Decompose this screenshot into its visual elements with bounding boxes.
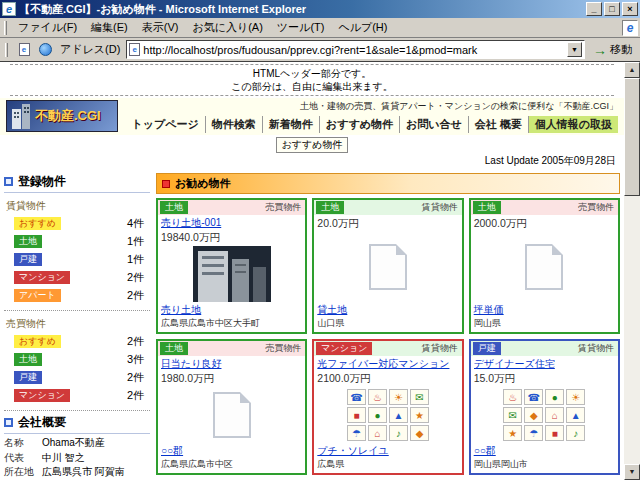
property-title-link[interactable]: 売り土地-001 xyxy=(161,216,302,230)
sidebar-item-sale-osusume[interactable]: おすすめ 2件 xyxy=(4,334,150,349)
address-label: アドレス(D) xyxy=(57,42,123,57)
nav-item-new[interactable]: 新着物件 xyxy=(262,116,319,133)
toolbar-grip[interactable] xyxy=(5,43,8,57)
sidebar-item-rent-kodate[interactable]: 戸建 1件 xyxy=(4,252,150,267)
amenity-icon: ♨ xyxy=(503,389,522,405)
menu-file[interactable]: ファイル(F) xyxy=(11,18,84,37)
property-location: 広島県 xyxy=(317,458,458,471)
nav-item-company[interactable]: 会社 概要 xyxy=(468,116,528,133)
rent-group-label: 賃貸物件 xyxy=(4,199,150,213)
no-image-placeholder xyxy=(161,386,302,444)
scrollbar-track[interactable] xyxy=(624,78,640,464)
vertical-scrollbar[interactable]: ▲ ▼ xyxy=(624,62,640,480)
amenity-icon: ☎ xyxy=(524,389,543,405)
site-tagline: 土地・建物の売買、賃貸アパート・マンションの検索に便利な「不動産.CGI」 xyxy=(128,100,618,113)
address-dropdown-button[interactable]: ▼ xyxy=(567,42,582,57)
ie-logo-icon: e xyxy=(622,20,638,36)
amenity-icon: ▲ xyxy=(389,407,408,423)
property-location: 山口県 xyxy=(317,317,458,330)
property-title-link[interactable]: デザイナーズ住宅 xyxy=(474,357,615,371)
property-card-6: 戸建 賃貸物件 デザイナーズ住宅 15.0万円 ♨☎●☀ ✉◆⌂▲ xyxy=(469,339,620,475)
nav-item-contact[interactable]: お問い合せ xyxy=(399,116,468,133)
property-title-link[interactable]: 光ファイバー対応マンション xyxy=(317,357,458,371)
address-bar: e アドレス(D) e http://localhost/pros/fudous… xyxy=(0,38,640,62)
minimize-button[interactable]: _ xyxy=(586,2,602,16)
address-url[interactable]: http://localhost/pros/fudousan/pprev.cgi… xyxy=(143,44,564,56)
sidebar-item-rent-apart[interactable]: アパート 2件 xyxy=(4,288,150,303)
property-type-badge: 土地 xyxy=(160,342,188,355)
listing-type-label: 賃貸物件 xyxy=(422,342,460,355)
menu-view[interactable]: 表示(V) xyxy=(135,18,186,37)
square-bullet-icon xyxy=(4,418,13,427)
scrollbar-thumb[interactable] xyxy=(624,78,640,196)
section-title: お勧め物件 xyxy=(175,176,231,191)
amenity-icon: ☂ xyxy=(347,425,366,441)
property-photo[interactable] xyxy=(161,245,302,303)
osusume-badge: おすすめ xyxy=(14,217,61,230)
amenity-icon: ◆ xyxy=(410,425,429,441)
property-location: 広島県広島市中区大手町 xyxy=(161,317,302,330)
property-title-link[interactable]: 日当たり良好 xyxy=(161,357,302,371)
company-header: 会社概要 xyxy=(4,414,150,434)
amenity-icon: ☀ xyxy=(389,389,408,405)
nav-item-privacy[interactable]: 個人情報の取扱 xyxy=(528,116,618,133)
section-header: お勧め物件 xyxy=(156,173,620,194)
mansion-badge: マンション xyxy=(14,389,70,402)
property-name-link[interactable]: 貸土地 xyxy=(317,303,458,317)
menu-tools[interactable]: ツール(T) xyxy=(270,18,332,37)
property-type-badge: 土地 xyxy=(316,201,344,214)
globe-icon[interactable] xyxy=(36,41,54,59)
nav-item-recommended[interactable]: おすすめ物件 xyxy=(319,116,399,133)
menu-favorites[interactable]: お気に入り(A) xyxy=(185,18,269,37)
amenity-icon: ✉ xyxy=(503,407,522,423)
sidebar-item-rent-mansion[interactable]: マンション 2件 xyxy=(4,270,150,285)
tochi-badge: 土地 xyxy=(14,235,42,248)
amenity-icon: ◆ xyxy=(524,407,543,423)
close-button[interactable]: × xyxy=(622,2,638,16)
amenity-icon: ♨ xyxy=(368,389,387,405)
property-name-link[interactable]: 坪単価 xyxy=(474,303,615,317)
amenity-icon: ★ xyxy=(410,407,429,423)
main-navigation: トップページ 物件検索 新着物件 おすすめ物件 お問い合せ 会社 概要 個人情報… xyxy=(128,116,618,133)
browser-viewport: HTMLヘッダー部分です。 この部分は、自由に編集出来ます。 不動産.CGI xyxy=(0,62,640,480)
nav-item-search[interactable]: 物件検索 xyxy=(205,116,262,133)
property-name-link[interactable]: ○○郡 xyxy=(161,444,302,458)
title-bar: e 【不動産.CGI】-お勧め物件 - Microsoft Internet E… xyxy=(0,0,640,18)
square-bullet-icon xyxy=(4,177,13,186)
amenity-icon: ⌂ xyxy=(368,425,387,441)
property-card-3: 土地 売買物件 2000.0万円 坪単価 岡山県 xyxy=(469,198,620,334)
property-name-link[interactable]: 売り土地 xyxy=(161,303,302,317)
scroll-down-button[interactable]: ▼ xyxy=(624,464,640,480)
property-card-1: 土地 売買物件 売り土地-001 19840.0万円 xyxy=(156,198,307,334)
amenity-icon: ✉ xyxy=(410,389,429,405)
kodate-badge: 戸建 xyxy=(14,371,42,384)
section-bullet-icon xyxy=(162,180,170,188)
scroll-up-button[interactable]: ▲ xyxy=(624,62,640,78)
sidebar-item-rent-osusume[interactable]: おすすめ 4件 xyxy=(4,216,150,231)
menu-help[interactable]: ヘルプ(H) xyxy=(331,18,394,37)
maximize-button[interactable]: □ xyxy=(604,2,620,16)
menu-edit[interactable]: 編集(E) xyxy=(84,18,135,37)
site-logo[interactable]: 不動産.CGI xyxy=(6,100,118,132)
address-input[interactable]: e http://localhost/pros/fudousan/pprev.c… xyxy=(126,40,585,59)
sidebar-item-sale-kodate[interactable]: 戸建 2件 xyxy=(4,370,150,385)
url-page-icon: e xyxy=(129,43,140,56)
page-content: HTMLヘッダー部分です。 この部分は、自由に編集出来ます。 不動産.CGI xyxy=(0,62,624,480)
page-icon[interactable]: e xyxy=(15,41,33,59)
property-name-link[interactable]: ○○郡 xyxy=(474,444,615,458)
sidebar-item-rent-tochi[interactable]: 土地 1件 xyxy=(4,234,150,249)
site-header: 不動産.CGI 土地・建物の売買、賃貸アパート・マンションの検索に便利な「不動産… xyxy=(0,98,624,135)
header-note-line2: この部分は、自由に編集出来ます。 xyxy=(0,80,624,93)
sidebar: 登録物件 賃貸物件 おすすめ 4件 土地 1件 戸建 xyxy=(4,170,150,480)
nav-item-top[interactable]: トップページ xyxy=(126,116,205,133)
toolbar-grip[interactable] xyxy=(4,21,7,35)
sidebar-item-sale-mansion[interactable]: マンション 2件 xyxy=(4,388,150,403)
sidebar-item-sale-tochi[interactable]: 土地 3件 xyxy=(4,352,150,367)
property-name-link[interactable]: プチ・ソレイユ xyxy=(317,444,458,458)
menu-bar: ファイル(F) 編集(E) 表示(V) お気に入り(A) ツール(T) ヘルプ(… xyxy=(0,18,640,38)
no-image-placeholder xyxy=(474,231,615,303)
property-price: 20.0万円 xyxy=(317,217,458,231)
go-button[interactable]: → 移動 xyxy=(588,42,637,57)
site-logo-text: 不動産.CGI xyxy=(35,107,101,125)
osusume-badge: おすすめ xyxy=(14,335,61,348)
